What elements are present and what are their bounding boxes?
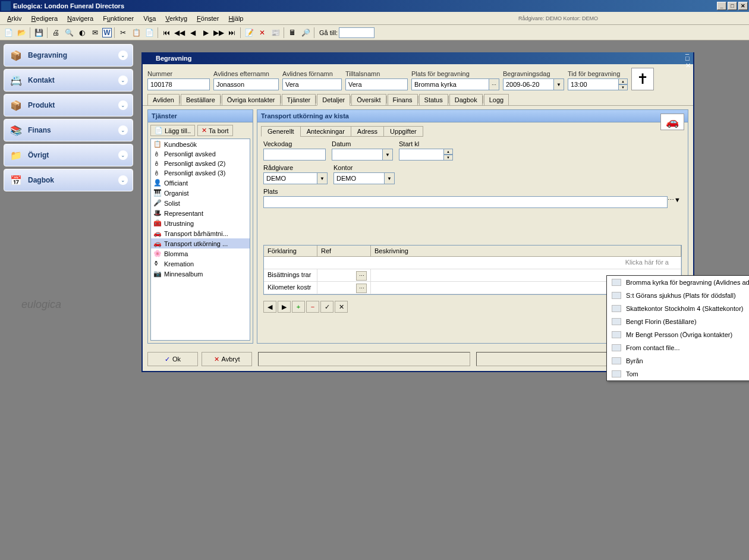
- sidebar-item-begravning[interactable]: 📦Begravning⌄: [4, 44, 133, 67]
- efternamn-input[interactable]: [213, 78, 279, 90]
- tid-down-button[interactable]: ▼: [618, 84, 628, 90]
- tab-logg[interactable]: Logg: [484, 94, 509, 105]
- kontor-input[interactable]: [333, 172, 384, 184]
- grid-confirm-button[interactable]: ✓: [320, 301, 333, 313]
- sidebar-item-finans[interactable]: 📚Finans⌄: [4, 119, 133, 141]
- remove-service-button[interactable]: ✕Ta bort: [197, 125, 233, 136]
- service-item[interactable]: 🚗Transport utkörning ...: [151, 238, 250, 248]
- service-item[interactable]: 🧰Utrustning: [151, 218, 250, 228]
- fornamn-input[interactable]: [282, 78, 342, 90]
- print-icon[interactable]: 🖨: [50, 27, 62, 39]
- col-ref[interactable]: Ref: [317, 246, 371, 256]
- maximize-button[interactable]: □: [728, 2, 737, 10]
- sidebar-item-produkt[interactable]: 📦Produkt⌄: [4, 94, 133, 117]
- edit-icon[interactable]: 📝: [243, 27, 255, 39]
- service-item[interactable]: 🌸Blomma: [151, 248, 250, 259]
- tilltal-input[interactable]: [345, 78, 408, 90]
- sidebar-item-dagbok[interactable]: 📅Dagbok⌄: [4, 169, 133, 191]
- mail-icon[interactable]: ✉: [89, 27, 101, 39]
- doc-icon[interactable]: 📰: [269, 27, 281, 39]
- service-item[interactable]: 📋Kundbesök: [151, 139, 250, 149]
- tab-bestallare[interactable]: Beställare: [181, 94, 221, 105]
- word-icon[interactable]: W: [102, 28, 112, 37]
- grid-cell[interactable]: Kilometer kostr: [264, 282, 317, 294]
- tab-tjanster[interactable]: Tjänster: [282, 94, 316, 105]
- plats-dropdown-button[interactable]: ▼: [674, 196, 681, 208]
- copy-icon[interactable]: 📋: [130, 27, 142, 39]
- cancel-button[interactable]: ✕Avbryt: [202, 352, 252, 366]
- first-icon[interactable]: ⏮: [160, 27, 172, 39]
- tab-dagbok[interactable]: Dagbok: [449, 94, 483, 105]
- minimize-button[interactable]: _: [717, 2, 726, 10]
- start-down-button[interactable]: ▼: [443, 155, 453, 161]
- menu-verktyg[interactable]: Verktyg: [160, 14, 192, 23]
- grid-add-button[interactable]: +: [292, 301, 305, 313]
- subtab-generellt[interactable]: Generellt: [261, 126, 301, 137]
- tab-detaljer[interactable]: Detaljer: [317, 94, 350, 106]
- sidebar-item-ovrigt[interactable]: 📁Övrigt⌄: [4, 144, 133, 166]
- plats-input[interactable]: [411, 78, 489, 90]
- cut-icon[interactable]: ✂: [117, 27, 129, 39]
- dropdown-item[interactable]: Skattekontor Stockholm 4 (Skattekontor): [607, 302, 749, 315]
- service-item[interactable]: 🎤Solist: [151, 198, 250, 208]
- save-icon[interactable]: 💾: [33, 27, 45, 39]
- ref-browse-button[interactable]: ⋯: [356, 284, 367, 293]
- dropdown-item[interactable]: Mr Bengt Persson (Övriga kontakter): [607, 328, 749, 341]
- menu-redigera[interactable]: Redigera: [26, 14, 62, 23]
- service-item[interactable]: 🎩Representant: [151, 208, 250, 218]
- menu-arkiv[interactable]: Arkiv: [2, 14, 26, 23]
- plats-browse-button[interactable]: ⋯: [489, 78, 499, 90]
- service-list[interactable]: 📋Kundbesök🕯Personligt avsked🕯Personligt …: [150, 139, 250, 341]
- goto-input[interactable]: [339, 27, 374, 38]
- tab-finans[interactable]: Finans: [388, 94, 418, 105]
- service-item[interactable]: 🕯Personligt avsked: [151, 149, 250, 159]
- col-beskrivning[interactable]: Beskrivning: [371, 246, 681, 256]
- radgivare-input[interactable]: [263, 172, 317, 184]
- service-item[interactable]: 🚗Transport bårhämtni...: [151, 228, 250, 238]
- prev-page-icon[interactable]: ◀◀: [174, 27, 185, 39]
- datum-input[interactable]: [332, 149, 382, 161]
- grid-placeholder[interactable]: Klicka här för a: [264, 257, 681, 269]
- radgivare-dropdown-button[interactable]: ▼: [317, 172, 328, 184]
- paste-icon[interactable]: 📄: [143, 27, 155, 39]
- plats-ellipsis-button[interactable]: ⋯: [668, 196, 674, 208]
- add-service-button[interactable]: 📄Lägg till..: [150, 125, 195, 136]
- datum-dropdown-button[interactable]: ▼: [382, 149, 393, 161]
- start-input[interactable]: [399, 149, 443, 161]
- dropdown-item[interactable]: From contact file...: [607, 341, 749, 354]
- grid-remove-button[interactable]: −: [306, 301, 319, 313]
- grid-prev-button[interactable]: ◀: [263, 301, 276, 313]
- calc-icon[interactable]: 🖩: [287, 27, 298, 39]
- tid-up-button[interactable]: ▲: [618, 78, 628, 84]
- doc-close-button[interactable]: ✕: [685, 62, 691, 70]
- detail-plats-input[interactable]: [263, 196, 668, 208]
- tab-status[interactable]: Status: [419, 94, 448, 105]
- menu-navigera[interactable]: Navigera: [62, 14, 98, 23]
- veckodag-input[interactable]: [263, 149, 326, 161]
- service-item[interactable]: ⚱Kremation: [151, 259, 250, 269]
- service-item[interactable]: 👤Officiant: [151, 178, 250, 188]
- kontor-dropdown-button[interactable]: ▼: [384, 172, 395, 184]
- dropdown-item[interactable]: S:t Görans sjukhus (Plats för dödsfall): [607, 289, 749, 302]
- stamp-icon[interactable]: ◐: [76, 27, 88, 39]
- open-icon[interactable]: 📂: [15, 27, 27, 39]
- subtab-anteckningar[interactable]: Anteckningar: [300, 126, 351, 137]
- grid-cell[interactable]: Bisättnings trar: [264, 269, 317, 281]
- prev-icon[interactable]: ◀: [187, 27, 199, 39]
- menu-visa[interactable]: Visa: [139, 14, 160, 23]
- menu-hjalp[interactable]: Hjälp: [224, 14, 248, 23]
- grid-next-button[interactable]: ▶: [278, 301, 291, 313]
- dropdown-item[interactable]: Bengt Florin (Beställare): [607, 315, 749, 328]
- service-item[interactable]: 📷Minnesalbum: [151, 269, 250, 279]
- doc-maximize-button[interactable]: □: [685, 55, 691, 62]
- tab-avliden[interactable]: Avliden: [147, 94, 180, 105]
- tab-ovriga[interactable]: Övriga kontakter: [222, 94, 281, 105]
- grid-cancel-button[interactable]: ✕: [335, 301, 348, 313]
- ref-browse-button[interactable]: ⋯: [356, 271, 367, 281]
- ok-button[interactable]: ✓Ok: [147, 352, 198, 366]
- col-forklaring[interactable]: Förklaring: [264, 246, 317, 256]
- doc-minimize-button[interactable]: _: [685, 48, 691, 55]
- next-page-icon[interactable]: ▶▶: [213, 27, 225, 39]
- service-item[interactable]: 🎹Organist: [151, 188, 250, 198]
- close-button[interactable]: ✕: [738, 2, 748, 10]
